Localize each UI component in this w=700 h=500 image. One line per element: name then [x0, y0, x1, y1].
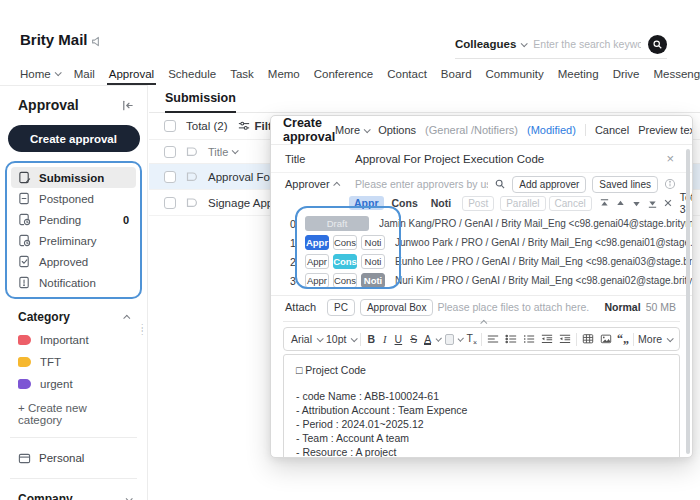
search-input[interactable] [533, 38, 641, 50]
app-logo[interactable]: Brity Mail [20, 31, 88, 48]
appr-toggle-button[interactable]: Appr [305, 254, 329, 269]
sidebar-item-postponed[interactable]: Postponed [11, 188, 136, 209]
editor-body[interactable]: □ Project Code - code Name : ABB-100024-… [283, 354, 680, 458]
title-field-value[interactable]: Approval For Project Execution Code [355, 153, 664, 165]
nav-item-contact[interactable]: Contact [387, 68, 427, 80]
search-icon[interactable] [494, 178, 506, 190]
modified-link[interactable]: (Modified) [527, 124, 576, 136]
quote-icon[interactable]: “„ [617, 332, 629, 347]
align-left-icon[interactable] [486, 333, 500, 345]
noti-toggle-button[interactable]: Noti [361, 235, 385, 250]
indent-icon[interactable] [558, 333, 572, 345]
appr-toggle-button[interactable]: Appr [305, 273, 329, 288]
sidebar-item-company[interactable]: Company [0, 488, 147, 500]
search-scope-dropdown[interactable]: Colleagues [455, 38, 526, 50]
row-checkbox[interactable] [164, 171, 176, 183]
type-noti-button[interactable]: Noti [426, 196, 456, 210]
attach-dropzone[interactable]: Please place files to attach here. [437, 301, 604, 313]
image-icon[interactable] [599, 333, 613, 345]
cons-toggle-button[interactable]: Cons [333, 254, 357, 269]
noti-toggle-button[interactable]: Noti [361, 273, 385, 288]
create-category-button[interactable]: + Create new category [0, 395, 147, 428]
clear-title-icon[interactable]: × [664, 151, 676, 166]
preview-text-button[interactable]: Preview text [638, 124, 693, 136]
nav-item-meeting[interactable]: Meeting [558, 68, 599, 80]
category-item-urgent[interactable]: urgent [0, 373, 147, 395]
sidebar-item-notification[interactable]: Notification [11, 272, 136, 293]
type-appr-button[interactable]: Appr [349, 196, 384, 210]
attach-approval-box-button[interactable]: Approval Box [360, 299, 433, 316]
nav-item-messenger[interactable]: Messenger [653, 68, 700, 80]
attach-pc-button[interactable]: PC [327, 299, 355, 316]
nav-item-memo[interactable]: Memo [268, 68, 300, 80]
saved-lines-button[interactable]: Saved lines [592, 176, 658, 193]
noti-toggle-button[interactable]: Noti [361, 254, 385, 269]
font-size-select[interactable]: 10pt [326, 333, 356, 345]
sidebar-item-approved[interactable]: Approved [11, 251, 136, 272]
highlight-color-button[interactable] [445, 334, 455, 345]
chevron-up-icon[interactable] [123, 314, 130, 321]
megaphone-icon[interactable] [90, 35, 103, 48]
sidebar-item-preliminary[interactable]: Preliminary [11, 230, 136, 251]
outdent-icon[interactable] [540, 333, 554, 345]
move-bottom-icon[interactable] [646, 198, 659, 209]
category-item-important[interactable]: Important [0, 329, 147, 351]
attach-collapse-divider[interactable] [283, 318, 680, 325]
parallel-button[interactable]: Parallel [500, 196, 545, 211]
flag-icon[interactable] [185, 197, 199, 209]
strikethrough-button[interactable]: S [408, 333, 419, 345]
add-approver-button[interactable]: Add approver [512, 176, 586, 193]
attach-mode-label[interactable]: Normal [604, 301, 640, 313]
cons-toggle-button[interactable]: Cons [333, 273, 357, 288]
type-cons-button[interactable]: Cons [387, 196, 423, 210]
search-button[interactable] [648, 35, 667, 54]
row-checkbox[interactable] [164, 197, 176, 209]
nav-item-home[interactable]: Home [20, 68, 60, 80]
select-all-checkbox[interactable] [164, 120, 176, 132]
nav-item-board[interactable]: Board [441, 68, 472, 80]
flag-icon[interactable] [185, 171, 199, 183]
italic-button[interactable]: I [381, 334, 389, 345]
sidebar-item-submission[interactable]: Submission [11, 167, 136, 188]
column-title-sort[interactable]: Title [208, 146, 237, 158]
nav-item-drive[interactable]: Drive [613, 68, 640, 80]
chevron-up-icon[interactable] [333, 181, 340, 188]
info-icon[interactable] [664, 178, 676, 190]
more-menu[interactable]: More [335, 124, 369, 136]
remove-icon[interactable] [662, 198, 674, 208]
chevron-down-icon[interactable] [458, 335, 465, 342]
create-approval-button[interactable]: Create approval [8, 125, 140, 152]
move-up-icon[interactable] [614, 198, 627, 209]
panel-resize-handle[interactable]: ⋮⋮ [138, 326, 146, 334]
modal-scrollbar[interactable] [686, 149, 690, 454]
numbered-list-icon[interactable] [522, 333, 536, 345]
bold-button[interactable]: B [365, 333, 377, 345]
nav-item-mail[interactable]: Mail [74, 68, 95, 80]
sidebar-item-personal[interactable]: Personal [0, 447, 147, 469]
move-down-icon[interactable] [630, 198, 643, 209]
post-button[interactable]: Post [462, 196, 494, 211]
nav-item-schedule[interactable]: Schedule [168, 68, 216, 80]
category-item-tft[interactable]: TFT [0, 351, 147, 373]
font-family-select[interactable]: Arial [291, 333, 322, 345]
nav-item-conference[interactable]: Conference [314, 68, 373, 80]
editor-more-menu[interactable]: More [638, 333, 672, 345]
sidebar-item-pending[interactable]: Pending 0 [11, 209, 136, 230]
chevron-down-icon[interactable] [436, 335, 443, 342]
collapse-panel-icon[interactable] [121, 99, 134, 112]
cons-toggle-button[interactable]: Cons [333, 235, 357, 250]
table-icon[interactable] [581, 333, 595, 345]
font-color-button[interactable]: A [423, 333, 432, 345]
move-top-icon[interactable] [598, 198, 611, 209]
cancel-button[interactable]: Cancel [595, 124, 629, 136]
underline-button[interactable]: U [393, 333, 405, 345]
appr-toggle-button[interactable]: Appr [305, 235, 329, 250]
nav-item-community[interactable]: Community [486, 68, 544, 80]
nav-item-approval[interactable]: Approval [109, 68, 154, 80]
nav-item-task[interactable]: Task [230, 68, 254, 80]
clear-format-button[interactable]: T× [467, 332, 478, 346]
options-button[interactable]: Options [378, 124, 416, 136]
bullet-list-icon[interactable] [504, 333, 518, 345]
header-checkbox[interactable] [164, 146, 176, 158]
tab-submission[interactable]: Submission [165, 91, 236, 112]
